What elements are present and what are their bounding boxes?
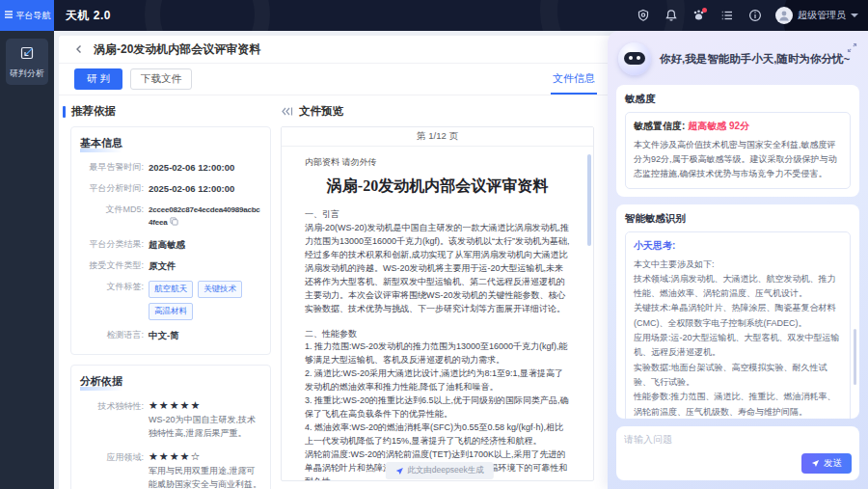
decor-ring [145,0,270,31]
shield-icon[interactable] [636,9,650,23]
file-preview-header: 文件预览 [281,104,594,119]
back-button[interactable] [74,44,84,54]
assistant-greeting: 你好,我是智能助手小天,随时为你分忧~ [660,51,850,67]
document-content: 内部资料 请勿外传 涡扇-20发动机内部会议评审资料 一、引言涡扇-20(WS-… [282,147,593,481]
analyze-button[interactable]: 研 判 [74,68,122,90]
info-icon[interactable] [747,9,762,23]
collapse-panel-icon[interactable] [281,106,293,117]
recommendation-panel-header: 推荐依据 [63,104,279,119]
basic-info-title: 基本信息 [80,136,122,152]
navbar-actions: 超级管理员 [636,0,858,31]
download-button[interactable]: 下载文件 [130,68,192,90]
thinking-lines: 本文中主要涉及如下:技术领域:涡扇发动机、大涵道比、航空发动机、推力性能、燃油效… [634,258,842,419]
user-name: 超级管理员 [798,9,846,22]
user-menu[interactable]: 超级管理员 [775,7,858,24]
field-alert-time: 最早告警时间: 2025-02-06 12:00:00 [80,161,261,174]
analysis-basis-card: 分析依据 技术独特性: ★★★★★ WS-20为中国自主研发,技术独特性高,泄露… [70,365,271,489]
assistant-scrollbar[interactable] [854,329,856,385]
field-analysis-time: 平台分析时间: 2025-02-06 12:00:00 [80,182,261,195]
confidential-note: 内部资料 请勿外传 [305,156,570,169]
file-tag: 关键技术 [198,281,242,298]
bell-icon[interactable] [664,9,678,23]
field-file-type: 接受文件类型: 原文件 [80,259,261,272]
recommendation-panel-title: 推荐依据 [71,104,116,119]
thinking-line: 应用场景:运-20大型运输机、大型客机、双发中型运输机、远程反潜巡逻机。 [634,331,842,361]
recommendation-panel: 推荐依据 基本信息 最早告警时间: 2025-02-06 12:00:00 平台… [59,95,279,489]
tab-file-info[interactable]: 文件信息 [551,71,597,95]
star-rating: ★★★★☆ [149,450,261,462]
paw-icon[interactable] [692,9,706,23]
avatar [775,7,793,24]
confidence-label: 敏感置信度: [634,121,685,131]
document-page: 第 1/12 页 内部资料 请勿外传 涡扇-20发动机内部会议评审资料 一、引言… [281,126,594,481]
basic-info-card: 基本信息 最早告警时间: 2025-02-06 12:00:00 平台分析时间:… [70,126,271,355]
confidence-value: 超高敏感 92分 [688,121,749,131]
sidebar-item-label: 研判分析 [10,68,44,80]
document-title: 涡扇-20发动机内部会议评审资料 [305,177,570,197]
copy-icon[interactable] [170,219,178,228]
document-line: 二、性能参数 [305,328,570,341]
page-title: 涡扇-20发动机内部会议评审资料 [94,41,260,58]
analysis-icon [19,45,35,64]
recognition-card: 智能敏感识别 小天思考: 本文中主要涉及如下:技术领域:涡扇发动机、大涵道比、航… [616,204,859,419]
app-title: 天机 2.0 [66,0,111,31]
sidebar-item-analysis[interactable]: 研判分析 [6,39,48,85]
top-navbar: 平台导航 天机 2.0 超级管理员 [0,0,868,31]
analysis-item-desc: 军用与民用双重用途,泄露可能威胁国家安全与商业利益。 [149,465,261,489]
deepseek-icon [394,467,403,475]
sensitivity-box: 敏感置信度: 超高敏感 92分 本文件涉及高价值技术机密与国家安全利益,敏感度评… [625,112,851,189]
sensitivity-card: 敏感度 敏感置信度: 超高敏感 92分 本文件涉及高价值技术机密与国家安全利益,… [616,85,859,197]
thinking-line: 技术领域:涡扇发动机、大涵道比、航空发动机、推力性能、燃油效率、涡轮前温度、压气… [634,272,842,302]
thinking-box: 小天思考: 本文中主要涉及如下:技术领域:涡扇发动机、大涵道比、航空发动机、推力… [625,231,851,419]
thinking-line: 实验数据:地面台架试验、高空模拟实验、耐久性试验、飞行试验。 [634,361,842,391]
document-line: 涡扇-20(WS-20)发动机是中国自主研发的一款大涵道比涡扇发动机,推力范围为… [305,222,570,316]
file-preview-panel: 文件预览 第 1/12 页 内部资料 请勿外传 涡扇-20发动机内部会议评审资料… [279,95,600,489]
analysis-basis-title: 分析依据 [80,374,122,391]
analysis-item: 应用领域: ★★★★☆ 军用与民用双重用途,泄露可能威胁国家安全与商业利益。 [80,450,261,489]
thinking-line: 关键技术:单晶涡轮叶片、热障涂层、陶瓷基复合材料(CMC)、全权限数字电子控制系… [634,301,842,331]
analysis-item-desc: WS-20为中国自主研发,技术独特性高,泄露后果严重。 [149,414,261,441]
file-tag: 高温材料 [149,303,193,320]
file-tag: 航空航天 [149,281,193,298]
app-root: 平台导航 天机 2.0 超级管理员 [0,0,868,489]
assistant-header: 你好,我是智能助手小天,随时为你分忧~ [616,41,859,85]
page-indicator: 第 1/12 页 [282,127,593,147]
field-file-tags: 文件标签: 航空航天关键技术高温材料 [80,281,261,320]
recognition-card-title: 智能敏感识别 [625,212,851,226]
robot-avatar [618,42,651,75]
analysis-item: 技术独特性: ★★★★★ WS-20为中国自主研发,技术独特性高,泄露后果严重。 [80,399,261,441]
platform-nav-label: 平台导航 [16,10,51,22]
platform-nav-button[interactable]: 平台导航 [0,0,54,31]
thinking-label: 小天思考: [634,239,842,253]
document-line: 一、引言 [305,208,570,222]
analysis-item-label: 应用领域: [80,450,144,489]
assistant-input-card: 发送 [616,426,859,480]
notification-badge [702,8,707,13]
chevron-down-icon [851,14,858,17]
analysis-item-list: 技术独特性: ★★★★★ WS-20为中国自主研发,技术独特性高,泄露后果严重。… [80,399,261,489]
file-preview-title: 文件预览 [299,104,343,119]
document-line: 3. 推重比:WS-20的推重比达到6.5以上,优于同级别的国际同类产品,确保了… [305,394,570,421]
left-sidebar: 研判分析 [0,31,54,489]
tag-list: 航空航天关键技术高温材料 [149,281,261,320]
thinking-line: 性能参数:推力范围、涵道比、推重比、燃油消耗率、涡轮前温度、压气机级数、寿命与维… [634,390,842,419]
star-rating: ★★★★★ [149,399,261,411]
document-scrollbar[interactable] [587,154,591,246]
document-line: 4. 燃油效率:WS-20的燃油消耗率(SFC)为0.55至0.58 kg/(k… [305,421,570,448]
accent-bar [63,106,66,118]
send-button[interactable]: 发送 [801,453,852,474]
sensitivity-desc: 本文件涉及高价值技术机密与国家安全利益,敏感度评分为92分,属于极高敏感等级。建… [634,138,842,181]
sensitivity-card-title: 敏感度 [625,93,851,106]
list-icon[interactable] [719,9,734,23]
document-line: 2. 涵道比:WS-20采用大涵道比设计,涵道比约为8:1至9:1,显著提高了发… [305,367,570,394]
thinking-line: 本文中主要涉及如下: [634,258,842,272]
expand-icon[interactable] [847,42,857,56]
document-body: 一、引言涡扇-20(WS-20)发动机是中国自主研发的一款大涵道比涡扇发动机,推… [305,208,570,481]
field-language: 检测语言: 中文-简 [80,329,261,341]
assistant-panel: 你好,我是智能助手小天,随时为你分忧~ 敏感度 敏感置信度: 超高敏感 92分 … [608,31,868,489]
ai-generated-badge: 此文由deepseek生成 [385,462,493,479]
md5-value: 2ccee082c87e4ecdea40989acbc4feea [149,205,260,227]
send-icon [811,459,820,468]
document-line: 1. 推力范围:WS-20发动机的推力范围为13000至16000千克力(kgf… [305,340,570,367]
menu-icon [4,10,14,21]
